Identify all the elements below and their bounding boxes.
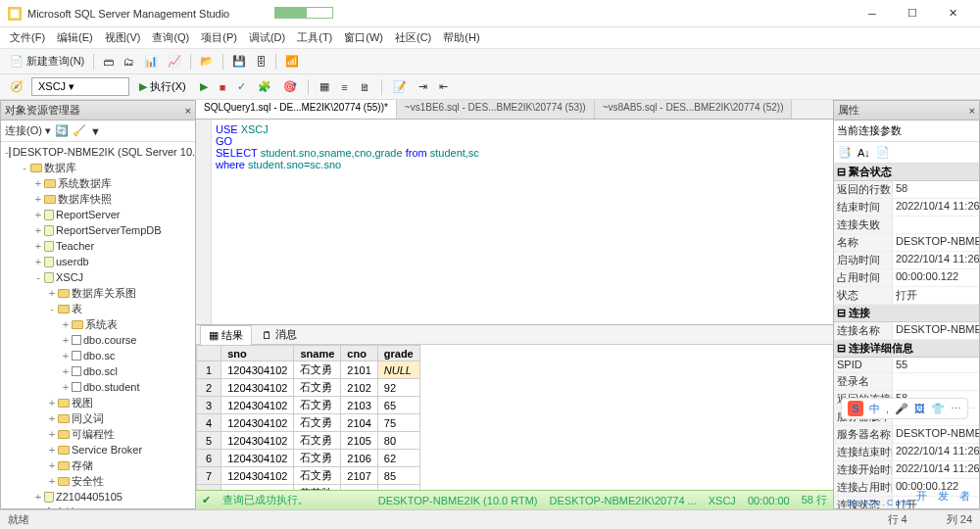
table-row[interactable]: 11204304102石文勇2101NULL — [197, 361, 420, 379]
expand-icon[interactable]: + — [32, 491, 44, 503]
tree-node[interactable]: -数据库 — [3, 160, 193, 175]
props-row[interactable]: 连接占用时间00:00:00.122 — [834, 479, 979, 497]
expand-icon[interactable]: + — [60, 365, 72, 377]
props-page-icon[interactable]: 📄 — [876, 146, 890, 159]
tree-node[interactable]: +ReportServerTempDB — [3, 222, 193, 238]
table-row[interactable]: 41204304102石文勇210475 — [197, 414, 420, 432]
tree-node[interactable]: +dbo.student — [3, 379, 193, 395]
menu-item[interactable]: 窗口(W) — [338, 28, 389, 47]
tree-node[interactable]: +安全性 — [3, 505, 193, 508]
menu-item[interactable]: 工具(T) — [291, 28, 338, 47]
tab-results[interactable]: ▦结果 — [200, 325, 252, 346]
menu-item[interactable]: 视图(V) — [99, 28, 147, 47]
expand-icon[interactable]: + — [19, 506, 30, 508]
expand-icon[interactable]: + — [46, 397, 58, 409]
col-header[interactable]: cno — [341, 346, 377, 361]
menu-item[interactable]: 帮助(H) — [437, 28, 485, 47]
close-button[interactable]: ✕ — [933, 2, 972, 25]
activity-icon[interactable]: 📶 — [281, 53, 303, 70]
tree-node[interactable]: +Service Broker — [3, 442, 193, 457]
props-category[interactable]: ⊟ 聚合状态 — [834, 164, 979, 181]
expand-icon[interactable]: + — [32, 193, 44, 205]
menu-item[interactable]: 社区(C) — [389, 28, 437, 47]
expand-icon[interactable]: - — [19, 162, 30, 173]
expand-icon[interactable]: + — [32, 256, 44, 267]
debug-icon[interactable]: ▶ — [196, 78, 212, 95]
tb-icon-3[interactable]: 📊 — [140, 53, 162, 70]
expand-icon[interactable]: + — [46, 428, 58, 440]
col-header[interactable]: grade — [377, 346, 419, 361]
props-row[interactable]: 服务器名称DESKTOP-NBME2II — [834, 426, 979, 444]
menu-item[interactable]: 文件(F) — [4, 28, 51, 47]
save-icon[interactable]: 💾 — [228, 53, 250, 70]
expand-icon[interactable]: + — [46, 475, 58, 487]
props-row[interactable]: 连接开始时间2022/10/14 11:26:3 — [834, 461, 979, 479]
expand-icon[interactable]: + — [32, 240, 44, 252]
tree-node[interactable]: +同义词 — [3, 410, 193, 426]
tree-node[interactable]: +系统表 — [3, 316, 193, 332]
editor-tab[interactable]: ~vs1BE6.sql - DES...BME2IK\20774 (53)) — [397, 100, 595, 119]
tb2-icon-2[interactable]: 🎯 — [279, 78, 301, 95]
tree-node[interactable]: +数据库关系图 — [3, 285, 193, 301]
expand-icon[interactable]: + — [32, 177, 44, 189]
expand-icon[interactable]: + — [46, 287, 58, 299]
props-row[interactable]: 返回的行数58 — [834, 181, 979, 199]
comment-icon[interactable]: 📝 — [389, 78, 411, 95]
db-nav-icon[interactable]: 🧭 — [6, 78, 27, 95]
table-row[interactable]: 71204304102石文勇210785 — [197, 467, 420, 485]
ime-toolbar[interactable]: S 中,🎤🖼👕⋯ — [841, 398, 968, 419]
menu-item[interactable]: 查询(Q) — [146, 28, 195, 47]
object-explorer-close-icon[interactable]: × — [185, 105, 191, 117]
oe-stop-icon[interactable]: ▼ — [90, 125, 101, 137]
oe-filter-icon[interactable]: 🧹 — [73, 124, 86, 137]
tree-node[interactable]: +userdb — [3, 254, 193, 269]
expand-icon[interactable]: + — [32, 224, 44, 236]
table-row[interactable]: 21204304102石文勇210292 — [197, 379, 420, 397]
tb2-icon-1[interactable]: 🧩 — [254, 78, 275, 95]
props-row[interactable]: 连接失败 — [834, 216, 979, 234]
cat-sort-icon[interactable]: 📑 — [838, 146, 852, 159]
tree-root[interactable]: - DESKTOP-NBME2IK (SQL Server 10.0.160 — [3, 144, 193, 160]
properties-close-icon[interactable]: × — [969, 105, 975, 117]
expand-icon[interactable]: + — [46, 412, 58, 424]
expand-icon[interactable]: + — [32, 209, 44, 220]
table-row[interactable]: 51204304102石文勇210580 — [197, 432, 420, 450]
expand-icon[interactable]: + — [46, 459, 58, 471]
props-row[interactable]: SPID55 — [834, 358, 979, 373]
results-grid-icon[interactable]: ▦ — [316, 78, 333, 95]
oe-refresh-icon[interactable]: 🔄 — [55, 124, 69, 137]
expand-icon[interactable]: + — [46, 444, 58, 456]
expand-icon[interactable]: + — [60, 381, 72, 393]
tree-node[interactable]: +可编程性 — [3, 426, 193, 442]
tree-node[interactable]: -表 — [3, 301, 193, 316]
tree-node[interactable]: +Z2104405105 — [3, 489, 193, 505]
results-grid[interactable]: snosnamecnograde11204304102石文勇2101NULL21… — [196, 345, 833, 490]
expand-icon[interactable]: + — [60, 318, 72, 330]
props-row[interactable]: 连接结束时间2022/10/14 11:26:3 — [834, 444, 979, 461]
menu-item[interactable]: 编辑(E) — [51, 28, 99, 47]
new-query-button[interactable]: 📄 新建查询(N) — [6, 52, 88, 71]
execute-button[interactable]: ▶ 执行(X) — [133, 77, 192, 96]
tb-icon-1[interactable]: 🗃 — [99, 54, 118, 70]
stop-icon[interactable]: ■ — [216, 79, 230, 95]
tree-node[interactable]: +数据库快照 — [3, 191, 193, 207]
indent-icon[interactable]: ⇥ — [415, 78, 431, 95]
open-icon[interactable]: 📂 — [196, 53, 218, 70]
sql-editor[interactable]: USE XSCJ GO SELECT student.sno,sname,cno… — [196, 120, 833, 325]
tree-node[interactable]: +ReportServer — [3, 207, 193, 222]
expand-icon[interactable]: + — [60, 350, 72, 361]
maximize-button[interactable]: ☐ — [893, 2, 932, 25]
tree-node[interactable]: +dbo.scl — [3, 363, 193, 379]
tree-node[interactable]: +存储 — [3, 457, 193, 473]
col-header[interactable]: sname — [294, 346, 341, 361]
tree-node[interactable]: +dbo.sc — [3, 348, 193, 363]
props-row[interactable]: 连接状态打开 — [834, 497, 979, 508]
props-row[interactable]: 占用时间00:00:00.122 — [834, 269, 979, 287]
connect-dropdown[interactable]: 连接(O) ▾ — [5, 123, 51, 138]
results-file-icon[interactable]: 🗎 — [356, 79, 374, 95]
props-row[interactable]: 状态打开 — [834, 287, 979, 305]
parse-icon[interactable]: ✓ — [233, 78, 250, 95]
props-row[interactable]: 连接名称DESKTOP-NBME2II — [834, 322, 979, 340]
outdent-icon[interactable]: ⇤ — [435, 78, 452, 95]
menu-item[interactable]: 项目(P) — [195, 28, 243, 47]
